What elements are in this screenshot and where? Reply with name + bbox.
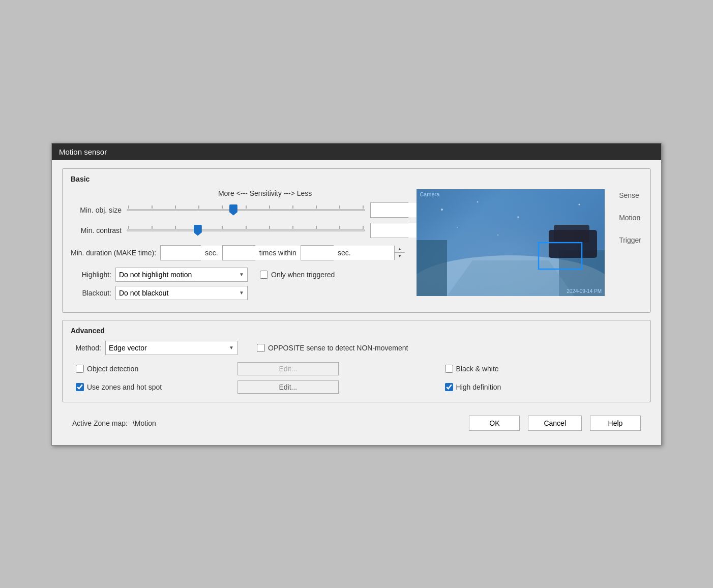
only-when-triggered-row: Only when triggered (260, 271, 335, 279)
title-bar: Motion sensor (52, 143, 661, 160)
dialog-body: Basic More <--- Sensitivity ---> Less Mi… (52, 160, 661, 445)
svg-point-12 (457, 227, 458, 228)
motion-tab[interactable]: Motion (618, 212, 641, 224)
only-when-triggered-checkbox[interactable] (260, 271, 268, 279)
only-when-triggered-label: Only when triggered (271, 271, 335, 279)
min-obj-size-thumb[interactable] (229, 204, 237, 216)
method-combo[interactable]: Edge vector ▼ (105, 341, 237, 355)
camera-label-text: Camera (420, 191, 439, 197)
method-label: Method: (71, 344, 101, 352)
trigger-tab[interactable]: Trigger (618, 234, 642, 246)
object-detection-edit-btn[interactable]: Edit... (237, 362, 339, 375)
zone-map-label: Active Zone map: \Motion (72, 419, 461, 427)
camera-scene-svg (417, 189, 605, 296)
within-up[interactable]: ▲ (395, 246, 405, 253)
svg-point-11 (579, 203, 580, 205)
camera-preview: Camera 2024-09-14 PM (417, 189, 605, 304)
zones-item: Use zones and hot spot (76, 383, 227, 391)
opposite-sense-checkbox[interactable] (257, 344, 265, 352)
advanced-section-label: Advanced (71, 327, 642, 335)
black-white-item: Black & white (445, 365, 567, 373)
min-contrast-thumb[interactable] (194, 225, 202, 236)
cancel-button[interactable]: Cancel (528, 416, 582, 431)
dialog-title: Motion sensor (59, 148, 107, 156)
high-def-checkbox[interactable] (445, 383, 453, 391)
within-down[interactable]: ▼ (395, 253, 405, 260)
times-spinbox[interactable]: 1 ▲ ▼ (222, 245, 255, 260)
times-within-label: times within (259, 249, 296, 257)
within-spinbox[interactable]: 1 ▲ ▼ (301, 245, 334, 260)
min-contrast-track[interactable] (127, 229, 365, 231)
highlight-combo-value: Do not highlight motion (119, 271, 237, 279)
method-combo-value: Edge vector (109, 344, 227, 352)
min-contrast-label: Min. contrast (71, 226, 122, 234)
object-detection-item: Object detection (76, 365, 227, 373)
blackout-combo[interactable]: Do not blackout ▼ (115, 286, 248, 300)
method-row: Method: Edge vector ▼ OPPOSITE sense to … (71, 341, 642, 355)
advanced-checkboxes: Object detection Edit... Black & white U… (76, 362, 642, 394)
highlight-combo-arrow: ▼ (239, 272, 244, 277)
svg-rect-2 (417, 240, 447, 296)
duration-row: Min. duration (MAKE time): 0.7 ▲ ▼ sec. … (71, 245, 408, 260)
highlight-row: Highlight: Do not highlight motion ▼ Onl… (71, 268, 408, 282)
camera-timestamp-text: 2024-09-14 PM (567, 288, 602, 294)
svg-point-8 (441, 209, 443, 211)
blackout-row: Blackout: Do not blackout ▼ (71, 286, 408, 300)
camera-image: Camera 2024-09-14 PM (417, 189, 605, 296)
blackout-combo-arrow: ▼ (239, 290, 244, 296)
svg-point-13 (497, 234, 499, 236)
sense-tab[interactable]: Sense (618, 189, 640, 201)
min-obj-size-track[interactable] (127, 209, 365, 211)
svg-point-10 (517, 216, 519, 218)
help-button[interactable]: Help (590, 416, 641, 431)
svg-point-9 (477, 201, 479, 202)
min-obj-size-spinbox[interactable]: 712 ▲ ▼ (370, 202, 408, 218)
right-tabs: Sense Motion Trigger (613, 189, 642, 304)
blackout-label: Blackout: (71, 289, 111, 297)
basic-section: Basic More <--- Sensitivity ---> Less Mi… (62, 168, 651, 313)
svg-rect-6 (554, 225, 589, 243)
blackout-combo-value: Do not blackout (119, 289, 237, 297)
min-contrast-row: Min. contrast (71, 223, 408, 238)
sec-label-2: sec. (338, 249, 351, 257)
sec-label-1: sec. (205, 249, 218, 257)
duration-label: Min. duration (MAKE time): (71, 249, 156, 257)
highlight-label: Highlight: (71, 271, 111, 279)
zones-edit-btn[interactable]: Edit... (237, 380, 339, 394)
basic-content: More <--- Sensitivity ---> Less Min. obj… (71, 189, 642, 304)
method-combo-arrow: ▼ (229, 345, 234, 350)
min-obj-size-slider-container (127, 203, 365, 217)
high-def-label: High definition (456, 383, 501, 391)
basic-section-label: Basic (71, 175, 642, 183)
duration-spinbox[interactable]: 0.7 ▲ ▼ (160, 245, 201, 260)
sensitivity-row: More <--- Sensitivity ---> Less (71, 189, 408, 197)
basic-left-panel: More <--- Sensitivity ---> Less Min. obj… (71, 189, 408, 304)
min-obj-size-label: Min. obj. size (71, 206, 122, 214)
black-white-checkbox[interactable] (445, 365, 453, 373)
zones-checkbox[interactable] (76, 383, 84, 391)
motion-sensor-dialog: Motion sensor Basic More <--- Sensitivit… (51, 143, 662, 446)
black-white-label: Black & white (456, 365, 499, 373)
high-def-item: High definition (445, 383, 567, 391)
ok-button[interactable]: OK (469, 416, 520, 431)
opposite-sense-label: OPPOSITE sense to detect NON-movement (268, 344, 408, 352)
sensitivity-label: More <--- Sensitivity ---> Less (218, 189, 312, 197)
zones-label: Use zones and hot spot (87, 383, 162, 391)
advanced-section: Advanced Method: Edge vector ▼ OPPOSITE … (62, 320, 651, 402)
highlight-combo[interactable]: Do not highlight motion ▼ (115, 268, 248, 282)
min-contrast-spinbox[interactable]: 36 ▲ ▼ (370, 223, 408, 238)
bottom-bar: Active Zone map: \Motion OK Cancel Help (62, 409, 651, 437)
opposite-sense-row: OPPOSITE sense to detect NON-movement (257, 344, 408, 352)
min-obj-size-row: Min. obj. size (71, 202, 408, 218)
within-arrows: ▲ ▼ (394, 246, 405, 260)
min-contrast-slider-container (127, 223, 365, 238)
object-detection-label: Object detection (87, 365, 138, 373)
object-detection-checkbox[interactable] (76, 365, 84, 373)
